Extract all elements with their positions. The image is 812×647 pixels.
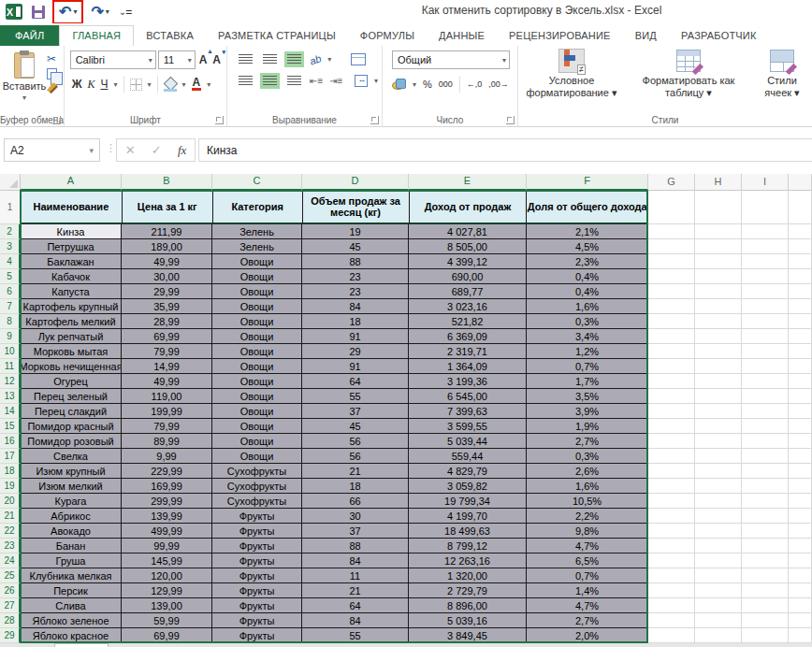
cell-B24[interactable]: 145,99	[122, 554, 212, 568]
cell-G4[interactable]	[648, 254, 695, 269]
cell-H2[interactable]	[695, 224, 742, 239]
cell-G17[interactable]	[648, 449, 695, 464]
cell-G11[interactable]	[648, 359, 695, 374]
cell-E16[interactable]: 5 039,44	[409, 434, 527, 449]
cell-I9[interactable]	[742, 329, 789, 344]
cell-I3[interactable]	[742, 239, 789, 254]
cell-E11[interactable]: 1 364,09	[409, 359, 527, 374]
cell-B15[interactable]: 79,99	[122, 419, 212, 434]
cell-F27[interactable]: 4,7%	[527, 598, 648, 613]
cell-B25[interactable]: 120,00	[122, 568, 212, 583]
tab-data[interactable]: ДАННЫЕ	[427, 26, 497, 46]
cell-F2[interactable]: 2,1%	[527, 224, 648, 239]
cell-I18[interactable]	[742, 464, 789, 479]
cell-A21[interactable]: Абрикос	[21, 509, 122, 524]
cell-x24[interactable]	[789, 554, 812, 568]
cell-G9[interactable]	[648, 329, 695, 344]
cell-F16[interactable]: 2,7%	[527, 434, 648, 449]
cell-C20[interactable]: Сухофрукты	[212, 494, 302, 509]
font-dialog-launcher[interactable]	[215, 116, 224, 124]
borders-button[interactable]	[130, 79, 142, 91]
cell-H1[interactable]	[695, 191, 742, 224]
cell-D1[interactable]: Объем продаж за месяц (кг)	[303, 191, 410, 224]
cell-A6[interactable]: Капуста	[21, 284, 122, 299]
cell-F1[interactable]: Доля от общего дохода	[527, 191, 648, 224]
cell-F29[interactable]: 2,0%	[527, 628, 648, 643]
align-right-button[interactable]	[285, 74, 303, 88]
cell-H18[interactable]	[695, 464, 742, 479]
cell-A3[interactable]: Петрушка	[21, 239, 122, 254]
cell-D10[interactable]: 29	[302, 344, 409, 359]
cell-H23[interactable]	[695, 539, 742, 554]
column-header-A[interactable]: A	[21, 174, 122, 191]
cell-B2[interactable]: 211,99	[122, 224, 212, 239]
cell-A29[interactable]: Яблоко красное	[21, 628, 122, 643]
percent-style-button[interactable]: %	[423, 79, 432, 90]
cell-A7[interactable]: Картофель крупный	[21, 299, 122, 314]
cell-A20[interactable]: Курага	[21, 494, 122, 509]
cell-F11[interactable]: 0,7%	[527, 359, 648, 374]
cell-B11[interactable]: 14,99	[122, 359, 212, 374]
conditional-formatting-button[interactable]: Условное форматирование ▾	[520, 50, 623, 111]
cell-A24[interactable]: Груша	[21, 554, 122, 568]
underline-button[interactable]: Ч	[100, 78, 108, 91]
row-header-1[interactable]: 1	[0, 191, 21, 224]
cell-F23[interactable]: 4,7%	[527, 539, 648, 554]
cell-G13[interactable]	[648, 389, 695, 404]
cell-F10[interactable]: 1,2%	[527, 344, 648, 359]
cell-D28[interactable]: 84	[302, 613, 409, 628]
cell-I1[interactable]	[742, 191, 789, 224]
cell-B8[interactable]: 28,99	[122, 314, 212, 329]
cell-E10[interactable]: 2 319,71	[409, 344, 527, 359]
cell-D21[interactable]: 30	[302, 509, 409, 524]
column-header-I[interactable]: I	[742, 174, 789, 191]
row-header-12[interactable]: 12	[0, 374, 21, 389]
cell-B21[interactable]: 139,99	[122, 509, 212, 524]
cell-D23[interactable]: 88	[302, 539, 409, 554]
cell-I2[interactable]	[742, 224, 789, 239]
row-header-9[interactable]: 9	[0, 329, 21, 344]
cell-H6[interactable]	[695, 284, 742, 299]
cell-I27[interactable]	[742, 598, 789, 613]
cell-B22[interactable]: 499,99	[122, 524, 212, 539]
cell-B14[interactable]: 199,99	[122, 404, 212, 419]
cell-A12[interactable]: Огурец	[21, 374, 122, 389]
cut-button[interactable]: ✂	[47, 53, 58, 65]
cell-A16[interactable]: Помидор розовый	[21, 434, 122, 449]
cell-B18[interactable]: 229,99	[122, 464, 212, 479]
cell-C23[interactable]: Фрукты	[212, 539, 302, 554]
column-header-D[interactable]: D	[302, 174, 409, 191]
font-color-button[interactable]: А	[192, 78, 202, 91]
cell-F8[interactable]: 0,3%	[527, 314, 648, 329]
cell-H12[interactable]	[695, 374, 742, 389]
cell-x25[interactable]	[789, 568, 812, 583]
cell-x2[interactable]	[789, 224, 812, 239]
merge-dropdown-arrow[interactable]: ▾	[374, 77, 378, 85]
borders-dropdown-arrow[interactable]: ▾	[148, 80, 152, 89]
cell-D6[interactable]: 23	[302, 284, 409, 299]
cell-I19[interactable]	[742, 479, 789, 494]
cell-x7[interactable]	[789, 299, 812, 314]
tab-review[interactable]: РЕЦЕНЗИРОВАНИЕ	[497, 26, 623, 46]
cell-D8[interactable]: 18	[302, 314, 409, 329]
decrease-decimal-button[interactable]: ,00→	[488, 79, 509, 89]
cell-A28[interactable]: Яблоко зеленое	[21, 613, 122, 628]
cell-C18[interactable]: Сухофрукты	[212, 464, 302, 479]
cell-H29[interactable]	[695, 628, 742, 643]
cell-A27[interactable]: Слива	[21, 598, 122, 613]
cell-F5[interactable]: 0,4%	[527, 269, 648, 284]
cell-C13[interactable]: Овощи	[212, 389, 302, 404]
cell-E23[interactable]: 8 799,12	[409, 539, 527, 554]
cell-H3[interactable]	[695, 239, 742, 254]
formula-input[interactable]: Кинза	[198, 138, 812, 162]
cell-D22[interactable]: 37	[302, 524, 409, 539]
cell-C25[interactable]: Фрукты	[212, 568, 302, 583]
cell-G27[interactable]	[648, 598, 695, 613]
cell-E15[interactable]: 3 599,55	[409, 419, 527, 434]
cell-A23[interactable]: Банан	[21, 539, 122, 554]
cell-H19[interactable]	[695, 479, 742, 494]
cell-C2[interactable]: Зелень	[212, 224, 302, 239]
cell-F7[interactable]: 1,6%	[527, 299, 648, 314]
cell-x12[interactable]	[789, 374, 812, 389]
row-header-23[interactable]: 23	[0, 539, 21, 554]
